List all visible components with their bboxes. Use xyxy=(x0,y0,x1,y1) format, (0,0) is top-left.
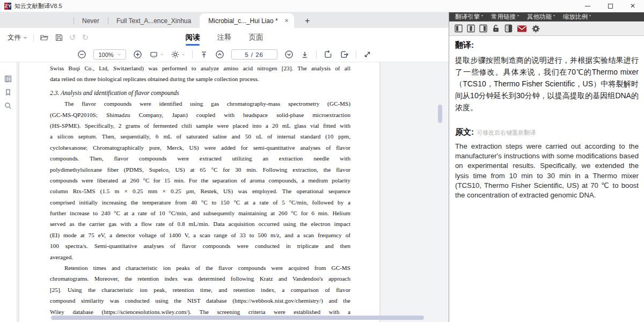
document-text-line: 100 spectra/s. Semi-quantitative analyse… xyxy=(50,240,350,251)
document-text-line: compounds. Then, flavor compounds were e… xyxy=(50,153,350,164)
zoom-in-icon xyxy=(133,50,142,59)
chevron-down-icon xyxy=(160,53,164,56)
split-view-left-button[interactable] xyxy=(455,24,463,33)
translator-menu: 翻译引擎▾常用链接▾其他功能▾缩放比例▾ xyxy=(449,12,644,21)
scroll-top-button[interactable] xyxy=(200,50,208,59)
open-folder-button[interactable] xyxy=(40,33,49,42)
split-view-left-icon xyxy=(455,24,463,33)
document-tab[interactable]: Never xyxy=(74,13,108,28)
tab-reading[interactable]: 阅读 xyxy=(186,28,200,47)
prev-page-button[interactable] xyxy=(215,50,224,59)
redo-button[interactable]: ↻ xyxy=(82,34,89,42)
main-toolbar: 文件 ↺ ↻ 阅读 注释 页面 xyxy=(0,28,449,47)
file-menu[interactable]: 文件 xyxy=(8,33,27,42)
split-view-right-button[interactable] xyxy=(479,24,487,33)
view-tab-label: 阅读 xyxy=(186,33,200,41)
page-view-button[interactable] xyxy=(149,50,164,59)
translation-label: 翻译: xyxy=(455,40,639,50)
caret-down-icon: ▾ xyxy=(589,13,591,18)
file-toolbar-group: 文件 ↺ ↻ xyxy=(8,28,89,47)
translator-menu-item[interactable]: 常用链接▾ xyxy=(491,13,519,21)
document-text-line: compounds were liberated at 260 °C for 1… xyxy=(50,175,350,186)
menu-item-label: 常用链接 xyxy=(491,13,516,21)
document-text-line: averaged. xyxy=(50,252,350,262)
settings-gear-icon xyxy=(531,24,540,33)
file-menu-label: 文件 xyxy=(8,33,21,42)
pdf-toolbar: 100% 5 / 26 xyxy=(0,47,449,62)
bookmark-panel-button[interactable] xyxy=(4,88,12,97)
rotate-page-button[interactable] xyxy=(324,50,333,59)
document-text-line: a silicon septum. Then, sequentially, 6 … xyxy=(50,131,350,142)
lock-button[interactable] xyxy=(492,24,500,33)
bookmark-panel-icon xyxy=(4,88,12,97)
undo-icon: ↺ xyxy=(69,34,76,42)
download-button[interactable] xyxy=(301,50,309,59)
tab-label: Never xyxy=(82,17,99,25)
horizontal-scrollbar-thumb[interactable] xyxy=(51,316,424,320)
expand-icon xyxy=(363,50,371,58)
search-panel-button[interactable] xyxy=(4,101,12,110)
brightness-button[interactable] xyxy=(171,50,185,59)
document-text-line: compound similarity was conducted using … xyxy=(50,295,350,306)
redo-icon: ↻ xyxy=(82,34,89,42)
chevron-down-icon xyxy=(23,35,27,40)
caret-down-icon: ▾ xyxy=(517,13,519,18)
maximize-icon xyxy=(608,4,613,9)
logo-letter-z: Z xyxy=(4,3,8,10)
zoom-level-value: 100% xyxy=(98,52,113,58)
mail-button[interactable] xyxy=(517,25,527,33)
translator-menu-item[interactable]: 其他功能▾ xyxy=(527,13,555,21)
lock-open-icon xyxy=(492,24,500,33)
translation-panel: 翻译引擎▾常用链接▾其他功能▾缩放比例▾ xyxy=(449,12,644,322)
thumbnail-panel-button[interactable] xyxy=(4,75,12,83)
document-tab[interactable]: Full Text_A...ence_Xinhua xyxy=(108,13,200,28)
translator-menu-item[interactable]: 翻译引擎▾ xyxy=(455,13,483,21)
notebook-button[interactable] xyxy=(504,24,513,33)
view-tab-label: 注释 xyxy=(217,33,232,41)
tab-close-icon[interactable]: ✕ xyxy=(284,18,289,24)
menu-item-label: 其他功能 xyxy=(527,13,552,21)
minimize-button[interactable] xyxy=(576,0,599,12)
next-page-button[interactable] xyxy=(284,50,294,59)
save-button[interactable] xyxy=(55,33,63,42)
new-tab-button[interactable]: + xyxy=(303,17,312,25)
zoom-level-select[interactable]: 100% xyxy=(93,49,126,60)
page-number-value: 5 / 26 xyxy=(245,52,264,58)
menu-item-label: 缩放比例 xyxy=(563,13,588,21)
split-view-right-icon xyxy=(479,24,487,33)
document-text-line: polydimethylsiloxane fiber (PDMS, Supelc… xyxy=(50,164,350,175)
settings-button[interactable] xyxy=(531,24,540,33)
close-button[interactable]: ✕ xyxy=(621,0,644,12)
translator-menu-item[interactable]: 缩放比例▾ xyxy=(563,13,591,21)
maximize-button[interactable] xyxy=(599,0,621,12)
split-view-center-button[interactable] xyxy=(467,24,475,33)
vertical-scrollbar-thumb[interactable] xyxy=(438,105,442,123)
expand-button[interactable] xyxy=(363,50,371,58)
extract-page-icon xyxy=(340,50,349,59)
zoom-out-button[interactable] xyxy=(77,50,86,59)
toolbar-divider xyxy=(192,50,193,58)
pdf-page-text: Swiss Buqi Co., Ltd, Switzerland) was pe… xyxy=(50,63,350,317)
extract-page-button[interactable] xyxy=(340,50,349,59)
chevron-down-icon xyxy=(181,53,185,56)
undo-button[interactable]: ↺ xyxy=(69,34,76,42)
split-view-center-icon xyxy=(467,24,475,33)
section-heading: 2.3. Analysis and identification of flav… xyxy=(50,87,350,98)
original-label: 原文: xyxy=(455,127,474,137)
tab-page[interactable]: 页面 xyxy=(249,28,264,47)
zoom-in-button[interactable] xyxy=(133,50,142,59)
window-title: 知云文献翻译V8.5 xyxy=(14,2,62,10)
document-text-line: cyclohexanone; Chromatographically pure,… xyxy=(50,142,350,153)
pdf-viewport[interactable]: Swiss Buqi Co., Ltd, Switzerland) was pe… xyxy=(16,62,449,322)
tab-label: Microbial_c..._Hui Liao * xyxy=(208,17,277,25)
translation-content: 翻译: 提取步骤按照制造商的说明进行，并根据实验结果进行了一些修改。具体来说，我… xyxy=(449,36,644,200)
tab-annotation[interactable]: 注释 xyxy=(217,28,232,47)
tab-bar: NeverFull Text_A...ence_XinhuaMicrobial_… xyxy=(0,12,449,28)
page-number-input[interactable]: 5 / 26 xyxy=(231,49,277,60)
document-text-line: column Rtx-5MS (1.5 m × 0.25 mm × 0.25 μ… xyxy=(50,186,350,196)
chevron-down-icon xyxy=(118,53,121,56)
document-text-line: (EI) mode at 75 eV, a detector voltage o… xyxy=(50,230,350,240)
view-tab-label: 页面 xyxy=(249,33,264,41)
toolbar-divider xyxy=(33,34,34,42)
document-tab[interactable]: Microbial_c..._Hui Liao *✕ xyxy=(200,13,294,28)
